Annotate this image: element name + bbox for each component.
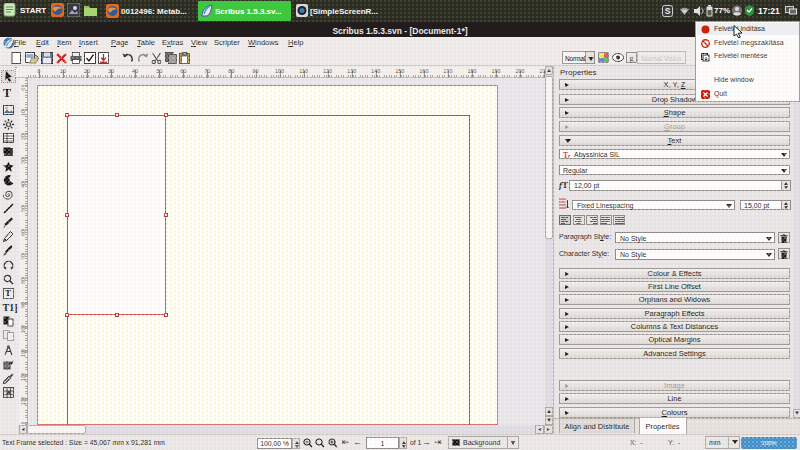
svg-text:g: g	[629, 53, 634, 63]
svg-text:S: S	[665, 6, 671, 16]
